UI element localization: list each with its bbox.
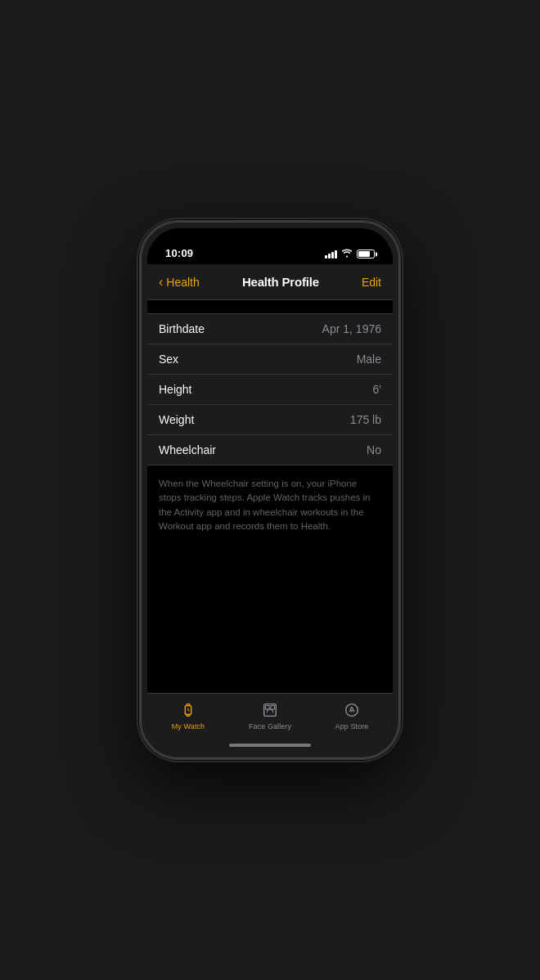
- status-time: 10:09: [165, 247, 193, 259]
- profile-settings-group: Birthdate Apr 1, 1976 Sex Male Height 6′…: [147, 313, 393, 465]
- weight-value: 175 lb: [350, 413, 381, 426]
- home-indicator: [229, 744, 311, 747]
- tab-bar: My Watch Face Gallery: [147, 693, 393, 752]
- birthdate-row: Birthdate Apr 1, 1976: [147, 313, 393, 344]
- nav-header: ‹ Health Health Profile Edit: [147, 264, 393, 300]
- wifi-icon: [341, 249, 353, 259]
- app-store-icon: [342, 700, 362, 720]
- wheelchair-description: When the Wheelchair setting is on, your …: [147, 465, 393, 545]
- sex-value: Male: [357, 353, 381, 366]
- tab-app-store-label: App Store: [335, 722, 369, 731]
- face-gallery-icon: [260, 700, 280, 720]
- height-label: Height: [159, 383, 191, 396]
- chevron-left-icon: ‹: [159, 275, 163, 290]
- tab-my-watch-label: My Watch: [172, 722, 205, 731]
- tab-my-watch[interactable]: My Watch: [147, 700, 229, 731]
- tab-face-gallery[interactable]: Face Gallery: [229, 700, 311, 731]
- wheelchair-label: Wheelchair: [159, 443, 216, 456]
- svg-rect-3: [271, 706, 275, 710]
- sex-row: Sex Male: [147, 344, 393, 375]
- svg-rect-2: [266, 706, 270, 710]
- tab-face-gallery-label: Face Gallery: [249, 722, 291, 731]
- battery-icon: [357, 249, 375, 258]
- weight-label: Weight: [159, 413, 194, 426]
- birthdate-value: Apr 1, 1976: [322, 322, 381, 335]
- wheelchair-value: No: [367, 443, 381, 456]
- screen: 10:09 ‹: [147, 228, 393, 752]
- weight-row: Weight 175 lb: [147, 405, 393, 435]
- content-area: Birthdate Apr 1, 1976 Sex Male Height 6′…: [147, 300, 393, 693]
- notch: [221, 228, 319, 251]
- wheelchair-row: Wheelchair No: [147, 435, 393, 465]
- svg-point-4: [346, 704, 358, 717]
- phone-frame: 10:09 ‹: [139, 220, 401, 760]
- back-button[interactable]: ‹ Health: [159, 275, 200, 290]
- sex-label: Sex: [159, 353, 178, 366]
- watch-icon: [178, 700, 198, 720]
- back-label: Health: [166, 276, 199, 289]
- signal-bars-icon: [325, 250, 337, 258]
- status-icons: [325, 249, 375, 259]
- height-value: 6′: [373, 383, 381, 396]
- edit-button[interactable]: Edit: [362, 276, 381, 289]
- page-title: Health Profile: [242, 275, 319, 289]
- birthdate-label: Birthdate: [159, 322, 205, 335]
- height-row: Height 6′: [147, 375, 393, 405]
- tab-app-store[interactable]: App Store: [311, 700, 393, 731]
